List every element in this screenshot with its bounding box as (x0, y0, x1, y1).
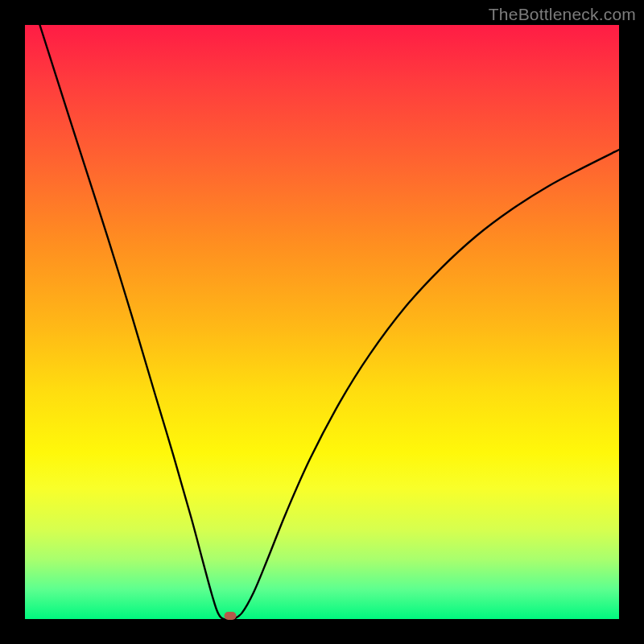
optimal-marker (224, 612, 236, 620)
watermark-text: TheBottleneck.com (489, 5, 636, 24)
bottleneck-curve (25, 25, 619, 619)
plot-area (25, 25, 619, 619)
chart-frame: TheBottleneck.com (0, 0, 644, 644)
